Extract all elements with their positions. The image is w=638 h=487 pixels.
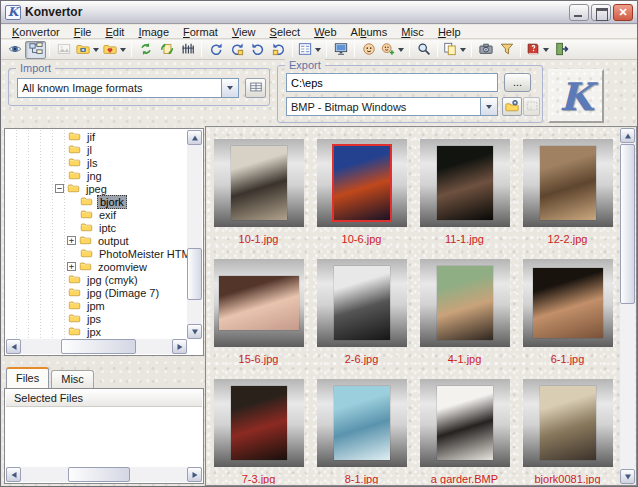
menu-file[interactable]: File <box>67 25 99 39</box>
expand-icon[interactable] <box>67 262 76 271</box>
thumbnail-tile[interactable] <box>317 259 407 347</box>
menu-albums[interactable]: Albums <box>344 25 395 39</box>
tree-item-jng[interactable]: jng <box>6 169 187 182</box>
convert-button[interactable] <box>135 41 156 59</box>
collapse-icon[interactable] <box>55 184 64 193</box>
thumbnail-tile[interactable] <box>523 139 613 227</box>
export-format-combo[interactable]: BMP - Bitmap Windows <box>286 97 498 116</box>
thumbnail-tile[interactable] <box>420 259 510 347</box>
menu-view[interactable]: View <box>225 25 263 39</box>
chevron-down-icon[interactable] <box>93 48 99 52</box>
minimize-button[interactable] <box>569 4 589 21</box>
tree-item-output[interactable]: output <box>6 234 187 247</box>
tab-files[interactable]: Files <box>6 367 49 388</box>
tree-item-bjork[interactable]: bjork <box>6 195 187 208</box>
menu-format[interactable]: Format <box>176 25 225 39</box>
thumbnail-image[interactable] <box>231 146 287 220</box>
tree-item-zoomview[interactable]: zoomview <box>6 260 187 273</box>
export-path-input[interactable] <box>286 73 498 92</box>
screen-capture-button[interactable] <box>475 41 496 59</box>
filter-button[interactable] <box>496 41 517 59</box>
favorites-folder-button[interactable] <box>101 41 128 59</box>
thumbnails-vertical-scrollbar[interactable] <box>620 128 635 484</box>
menu-select[interactable]: Select <box>263 25 308 39</box>
exit-button[interactable] <box>551 41 572 59</box>
chevron-down-icon[interactable] <box>460 48 466 52</box>
batch-convert-button[interactable] <box>156 41 177 59</box>
preview-button[interactable] <box>4 41 25 59</box>
menu-image[interactable]: Image <box>131 25 176 39</box>
browse-button[interactable]: ... <box>504 73 531 92</box>
rotate-right-page-button[interactable] <box>226 41 247 59</box>
thumbnails-view-button[interactable] <box>25 41 46 59</box>
tree-vertical-scrollbar[interactable] <box>187 130 202 339</box>
import-format-list-button[interactable] <box>245 78 266 98</box>
add-face-button[interactable] <box>379 41 406 59</box>
thumbnail-tile[interactable] <box>420 379 510 467</box>
thumbnail-tile[interactable] <box>214 259 304 347</box>
thumbnail-tile[interactable] <box>317 379 407 467</box>
thumbnail-tile[interactable] <box>214 379 304 467</box>
menu-web[interactable]: Web <box>307 25 343 39</box>
scroll-down-button[interactable] <box>187 324 202 339</box>
scroll-left-button[interactable] <box>6 467 21 482</box>
konvertor-logo-button[interactable]: K <box>548 69 604 123</box>
tree-item-jpm[interactable]: jpm <box>6 299 187 312</box>
scroll-right-button[interactable] <box>172 339 187 354</box>
thumbnail-image[interactable] <box>533 268 603 338</box>
maximize-button[interactable] <box>591 4 611 21</box>
tree-item-photomeister-html-[interactable]: PhotoMeister HTML-... <box>6 247 187 260</box>
scroll-right-button[interactable] <box>187 467 202 482</box>
chevron-down-icon[interactable] <box>543 48 549 52</box>
import-format-combo[interactable]: All known Image formats <box>17 78 239 98</box>
chevron-down-icon[interactable] <box>398 48 404 52</box>
tab-misc[interactable]: Misc <box>51 370 94 388</box>
thumbnail-tile[interactable] <box>214 139 304 227</box>
scrollbar-thumb[interactable] <box>68 467 130 482</box>
scrollbar-thumb[interactable] <box>61 339 136 354</box>
chevron-down-icon[interactable] <box>480 98 497 115</box>
thumbnail-image[interactable] <box>334 386 390 460</box>
menu-misc[interactable]: Misc <box>394 25 431 39</box>
scroll-down-button[interactable] <box>620 469 635 484</box>
rotate-left-button[interactable] <box>247 41 268 59</box>
tree-item-jpx[interactable]: jpx <box>6 325 187 338</box>
thumbnail-tile[interactable] <box>317 139 407 227</box>
thumbnail-image[interactable] <box>334 266 390 340</box>
tree-item-jpg-dimage-7-[interactable]: jpg (Dimage 7) <box>6 286 187 299</box>
tree-item-exif[interactable]: exif <box>6 208 187 221</box>
tree-horizontal-scrollbar[interactable] <box>6 339 187 354</box>
copy-files-button[interactable] <box>441 41 468 59</box>
face-button[interactable] <box>358 41 379 59</box>
tree-item-jps[interactable]: jps <box>6 312 187 325</box>
thumbnail-image[interactable] <box>437 266 493 340</box>
help-button[interactable] <box>524 41 551 59</box>
thumbnail-tile[interactable] <box>420 139 510 227</box>
fullscreen-button[interactable] <box>330 41 351 59</box>
tree-item-jif[interactable]: jif <box>6 130 187 143</box>
open-image-folder-button[interactable] <box>74 41 101 59</box>
thumbnail-tile[interactable] <box>523 259 613 347</box>
close-button[interactable] <box>613 4 633 21</box>
rake-button[interactable] <box>177 41 198 59</box>
menu-konvertor[interactable]: Konvertor <box>5 25 67 39</box>
scrollbar-thumb[interactable] <box>187 248 202 300</box>
scroll-up-button[interactable] <box>187 130 202 145</box>
chevron-down-icon[interactable] <box>120 48 126 52</box>
thumbnail-tile[interactable] <box>523 379 613 467</box>
search-button[interactable] <box>413 41 434 59</box>
tree-item-jpg-cmyk-[interactable]: jpg (cmyk) <box>6 273 187 286</box>
tree-item-jl[interactable]: jl <box>6 143 187 156</box>
tree-item-jpeg[interactable]: jpeg <box>6 182 187 195</box>
expand-icon[interactable] <box>67 236 76 245</box>
details-view-button[interactable] <box>296 41 323 59</box>
thumbnail-image[interactable] <box>437 146 493 220</box>
scroll-up-button[interactable] <box>620 128 635 143</box>
menu-help[interactable]: Help <box>431 25 468 39</box>
menu-edit[interactable]: Edit <box>98 25 131 39</box>
files-horizontal-scrollbar[interactable] <box>6 467 202 482</box>
rotate-left-page-button[interactable] <box>268 41 289 59</box>
tree-item-iptc[interactable]: iptc <box>6 221 187 234</box>
thumbnail-image[interactable] <box>437 386 493 460</box>
thumbnail-image[interactable] <box>219 276 299 330</box>
